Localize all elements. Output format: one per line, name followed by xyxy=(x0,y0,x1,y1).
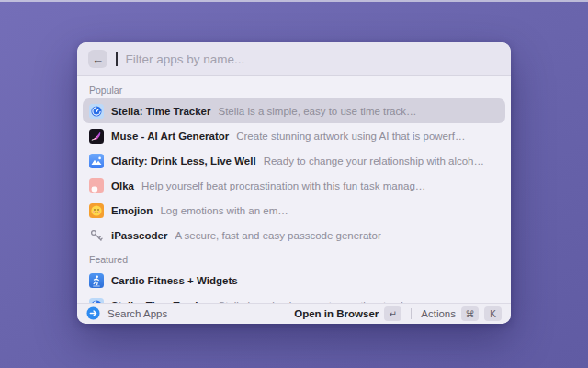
list-item-olka[interactable]: Olka Help yourself beat procrastination … xyxy=(83,173,505,198)
section-header-featured: Featured xyxy=(77,247,511,268)
cardio-runner-icon xyxy=(89,273,104,288)
footer-source-label: Search Apps xyxy=(107,308,167,319)
search-apps-icon xyxy=(86,306,101,321)
footer-bar: Search Apps Open in Browser ↵ Actions ⌘ … xyxy=(77,303,511,324)
emojion-face-icon xyxy=(89,203,104,218)
app-title: Emojion xyxy=(111,205,153,216)
key-icon xyxy=(89,228,104,243)
app-subtitle: A secure, fast and easy passcode generat… xyxy=(175,230,380,241)
app-title: Muse - AI Art Generator xyxy=(111,131,229,142)
footer-divider xyxy=(411,308,412,319)
muse-brush-icon xyxy=(89,129,104,144)
text-caret xyxy=(116,52,118,66)
app-subtitle: Help yourself beat procrastination with … xyxy=(141,180,425,191)
clarity-mountain-icon xyxy=(89,154,104,168)
list-item-clarity[interactable]: Clarity: Drink Less, Live Well Ready to … xyxy=(83,148,505,173)
app-title: Stella: Time Tracker xyxy=(111,106,210,117)
app-subtitle: Log emotions with an em… xyxy=(160,205,288,216)
list-item-muse[interactable]: Muse - AI Art Generator Create stunning … xyxy=(83,123,505,148)
list-item-ipasscoder[interactable]: iPasscoder A secure, fast and easy passc… xyxy=(83,223,505,247)
list-item-emojion[interactable]: Emojion Log emotions with an em… xyxy=(83,198,505,223)
app-subtitle: Ready to change your relationship with a… xyxy=(264,155,484,167)
app-title: Cardio Fitness + Widgets xyxy=(111,275,238,286)
footer-source: Search Apps xyxy=(86,306,167,321)
app-subtitle: Create stunning artwork using AI that is… xyxy=(236,131,465,142)
search-input[interactable] xyxy=(126,52,501,66)
results-list: Popular Stella: Time Tracker Stella is a… xyxy=(77,76,511,303)
menu-bar-sliver xyxy=(0,0,588,2)
open-in-browser-button[interactable]: Open in Browser xyxy=(294,308,379,319)
command-keycap: ⌘ xyxy=(461,306,479,321)
k-keycap: K xyxy=(484,306,502,321)
olka-pink-icon xyxy=(89,178,104,193)
stella-clock-icon xyxy=(89,104,104,119)
search-bar: ← xyxy=(77,42,511,76)
app-title: Olka xyxy=(111,180,134,191)
section-header-popular: Popular xyxy=(77,78,511,98)
back-button[interactable]: ← xyxy=(88,50,107,68)
app-title: iPasscoder xyxy=(111,230,167,241)
actions-button[interactable]: Actions xyxy=(421,308,456,319)
app-search-panel: ← Popular Stella: Time Tracker Stella is… xyxy=(77,42,511,324)
list-item-stella-featured[interactable]: Stella: Time Tracker Stella is a simple,… xyxy=(83,293,505,303)
app-subtitle: Stella is a simple, easy to use time tra… xyxy=(218,106,416,117)
return-keycap: ↵ xyxy=(384,306,401,321)
footer-actions: Open in Browser ↵ Actions ⌘ K xyxy=(294,306,502,321)
list-item-cardio[interactable]: Cardio Fitness + Widgets xyxy=(83,268,505,293)
app-title: Clarity: Drink Less, Live Well xyxy=(111,155,256,167)
list-item-stella[interactable]: Stella: Time Tracker Stella is a simple,… xyxy=(83,98,505,123)
